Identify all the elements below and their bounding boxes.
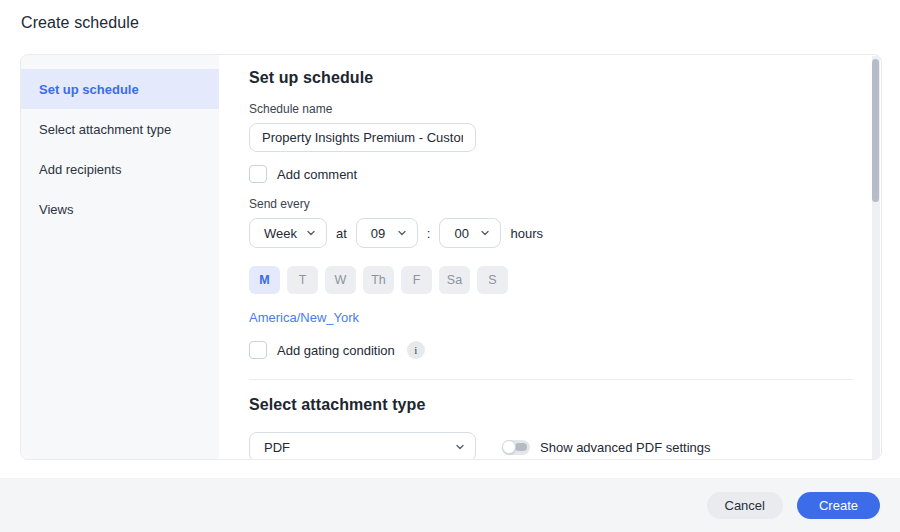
cancel-button[interactable]: Cancel [707, 492, 783, 519]
sidebar-item-label: Views [39, 202, 73, 217]
page-title: Create schedule [21, 14, 139, 32]
attachment-type-value: PDF [264, 440, 290, 455]
send-every-label: Send every [249, 197, 851, 211]
info-icon[interactable]: i [407, 341, 425, 359]
hour-select[interactable]: 09 [356, 218, 418, 248]
day-pill-sunday[interactable]: S [477, 266, 508, 294]
add-comment-checkbox[interactable] [249, 165, 267, 183]
chevron-down-icon [480, 228, 490, 238]
add-comment-label: Add comment [277, 167, 357, 182]
timezone-link[interactable]: America/New_York [249, 310, 359, 325]
schedule-name-input[interactable] [249, 123, 476, 152]
advanced-pdf-settings-toggle[interactable] [502, 440, 530, 455]
advanced-pdf-settings-label: Show advanced PDF settings [540, 440, 711, 455]
frequency-value: Week [264, 226, 297, 241]
setup-section-heading: Set up schedule [249, 69, 851, 87]
attachment-type-select[interactable]: PDF [249, 432, 476, 459]
frequency-select[interactable]: Week [249, 218, 327, 248]
gating-condition-label: Add gating condition [277, 343, 395, 358]
create-button[interactable]: Create [797, 492, 880, 519]
schedule-name-label: Schedule name [249, 102, 851, 116]
colon-separator: : [427, 226, 431, 241]
toggle-track [515, 443, 527, 451]
weekday-selector: M T W Th F Sa S [249, 266, 851, 294]
hours-label: hours [510, 226, 543, 241]
gating-condition-row: Add gating condition i [249, 341, 851, 359]
schedule-card: Set up schedule Select attachment type A… [20, 54, 882, 460]
sidebar: Set up schedule Select attachment type A… [21, 55, 219, 459]
sidebar-item-views[interactable]: Views [21, 189, 219, 229]
attachment-row: PDF Show advanced PDF settings [249, 432, 851, 459]
attachment-section-heading: Select attachment type [249, 396, 851, 414]
day-pill-wednesday[interactable]: W [325, 266, 356, 294]
day-pill-thursday[interactable]: Th [363, 266, 394, 294]
chevron-down-icon [397, 228, 407, 238]
frequency-row: Week at 09 : 00 hours [249, 218, 851, 248]
advanced-pdf-settings-toggle-wrap: Show advanced PDF settings [502, 440, 711, 455]
minute-value: 00 [454, 226, 468, 241]
scrollbar-thumb[interactable] [872, 59, 879, 202]
toggle-knob [502, 440, 516, 454]
sidebar-item-select-attachment-type[interactable]: Select attachment type [21, 109, 219, 149]
sidebar-item-label: Add recipients [39, 162, 121, 177]
at-label: at [336, 226, 347, 241]
day-pill-monday[interactable]: M [249, 266, 280, 294]
sidebar-item-label: Select attachment type [39, 122, 171, 137]
hour-value: 09 [371, 226, 385, 241]
gating-condition-checkbox[interactable] [249, 341, 267, 359]
day-pill-tuesday[interactable]: T [287, 266, 318, 294]
sidebar-item-add-recipients[interactable]: Add recipients [21, 149, 219, 189]
day-pill-friday[interactable]: F [401, 266, 432, 294]
day-pill-saturday[interactable]: Sa [439, 266, 470, 294]
minute-select[interactable]: 00 [439, 218, 501, 248]
scrollbar-track[interactable] [872, 56, 880, 459]
chevron-down-icon [306, 228, 316, 238]
sidebar-item-set-up-schedule[interactable]: Set up schedule [21, 69, 219, 109]
sidebar-item-label: Set up schedule [39, 82, 139, 97]
add-comment-row: Add comment [249, 165, 851, 183]
section-divider [249, 379, 853, 380]
chevron-down-icon [455, 442, 465, 452]
main-panel: Set up schedule Schedule name Add commen… [219, 55, 881, 459]
footer-bar: Cancel Create [0, 478, 900, 532]
